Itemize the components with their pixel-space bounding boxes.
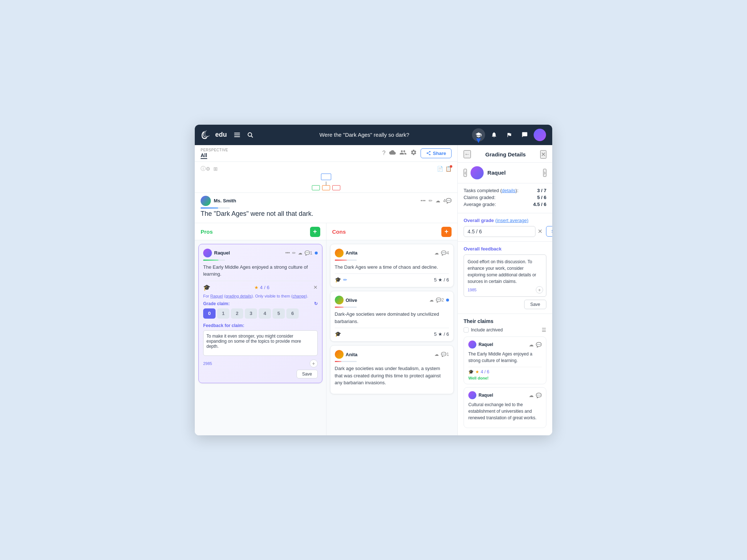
columns-area: Pros + Raquel ••• ✏ ☁	[195, 223, 457, 436]
menu-icon-btn[interactable]	[231, 128, 244, 141]
grade-btn-1[interactable]: 1	[217, 308, 229, 319]
grading-back-btn[interactable]: ←	[464, 150, 471, 158]
chat-icon-btn[interactable]	[518, 128, 531, 141]
doc-icon[interactable]: 📄	[437, 166, 443, 172]
student-next-btn[interactable]: ›	[543, 169, 546, 177]
grade-input-clear[interactable]: ✕	[538, 228, 542, 235]
overall-grade-input[interactable]	[464, 226, 535, 237]
student-avatar	[471, 166, 484, 179]
toolbar: PERSPECTIVE All ? Sha	[195, 145, 457, 162]
grade-note: For Raquel (grading details). Only visib…	[203, 294, 318, 298]
anita-claim-2-actions: ☁ 💬1	[434, 352, 449, 357]
perspective-section: PERSPECTIVE All	[201, 148, 228, 159]
grade-val-1: 5 ★ / 6	[434, 277, 449, 283]
pros-title: Pros	[201, 229, 213, 235]
anita-claim-2-name: Anita	[346, 352, 358, 357]
refresh-icon[interactable]: ↻	[314, 301, 318, 306]
cons-add-button[interactable]: +	[441, 227, 452, 237]
raquel-claim-actions: ••• ✏ ☁ 💬1	[285, 250, 317, 256]
grading-details-link[interactable]: grading details	[225, 294, 252, 298]
cloud-save-icon[interactable]	[389, 149, 396, 157]
student-prev-btn[interactable]: ‹	[464, 169, 467, 177]
svg-rect-1	[234, 135, 240, 135]
structure-icon[interactable]: ⊞	[213, 166, 218, 172]
edit-icon[interactable]: ✏	[429, 198, 433, 203]
perspective-label: PERSPECTIVE	[201, 148, 228, 152]
doc-list-icon[interactable]: 📋	[445, 166, 452, 172]
include-archived-checkbox[interactable]	[464, 327, 469, 332]
perspective-value[interactable]: All	[201, 152, 207, 159]
dot-indicator-2	[446, 299, 449, 302]
grade-btn-5[interactable]: 5	[272, 308, 285, 319]
more-icon[interactable]: •••	[285, 250, 290, 256]
search-icon-btn[interactable]	[244, 128, 257, 141]
users-icon[interactable]	[399, 149, 407, 158]
cloud-icon[interactable]: ☁	[298, 250, 302, 256]
info-icon[interactable]: ⓘ	[201, 166, 206, 172]
feedback-textarea[interactable]: To make it even stronger, you might cons…	[203, 330, 318, 356]
cloud-icon[interactable]: ☁	[429, 298, 434, 303]
raquel-claim-text: The Early Middle Ages enjoyed a strong c…	[203, 264, 318, 278]
cloud-icon[interactable]: ☁	[529, 342, 534, 347]
help-icon[interactable]: ?	[382, 150, 386, 156]
anita-claim-1-actions: ☁ 💬4	[434, 250, 449, 256]
olive-claim-text: Dark-Age societies were dominated by unc…	[335, 311, 449, 325]
grade-cap-icon: 🎓	[203, 284, 210, 291]
their-claims-label: Their claims	[464, 318, 546, 324]
overall-grade-save-btn[interactable]: Save	[546, 226, 552, 237]
comment-icon[interactable]: 💬1	[305, 250, 313, 256]
cloud-icon[interactable]: ☁	[434, 250, 439, 256]
feedback-add-btn[interactable]: +	[310, 359, 318, 368]
comment-icon[interactable]: 💬1	[441, 352, 449, 357]
insert-average-link[interactable]: (insert average)	[495, 218, 529, 223]
share-button[interactable]: Share	[421, 148, 452, 158]
student-name: Raquel	[487, 170, 506, 176]
bell-icon-btn[interactable]	[487, 128, 500, 141]
mini-claim-2-actions: ☁ 💬	[529, 393, 542, 398]
edit-grade-icon[interactable]: ✏	[343, 277, 347, 283]
overall-feedback-box[interactable]: Good effort on this discussion. To enhan…	[464, 254, 546, 297]
feedback-save-btn[interactable]: Save	[297, 370, 317, 378]
grading-panel-header: ← Grading Details ✕	[458, 145, 552, 163]
grade-btn-3[interactable]: 3	[245, 308, 257, 319]
mini-avatar-1	[468, 341, 476, 349]
pros-add-button[interactable]: +	[310, 227, 320, 237]
comment-icon[interactable]: 💬	[536, 393, 542, 398]
edit-icon[interactable]: ✏	[292, 250, 296, 256]
cursor-indicator: ▼	[475, 136, 483, 145]
cloud-icon[interactable]: ☁	[436, 198, 440, 203]
grade-btn-4[interactable]: 4	[259, 308, 271, 319]
grading-stats: Tasks completed (details): 3 / 7 Claims …	[458, 183, 552, 213]
cons-column-content: Anita ☁ 💬4 The Dark Ages were a time of …	[326, 240, 458, 436]
flag-icon-btn[interactable]	[503, 128, 516, 141]
logo-text: edu	[215, 131, 227, 139]
feedback-panel-save-btn[interactable]: Save	[524, 300, 546, 309]
anita-claim-1-grade: 🎓 ✏ 5 ★ / 6	[335, 273, 449, 283]
grade-btn-2[interactable]: 2	[231, 308, 243, 319]
claims-graded-label: Claims graded:	[464, 195, 495, 200]
dot-indicator	[315, 252, 318, 254]
app-logo[interactable]: edu	[201, 129, 227, 141]
cloud-icon[interactable]: ☁	[529, 393, 534, 398]
grading-close-btn[interactable]: ✕	[540, 150, 546, 159]
change-link[interactable]: change	[293, 294, 306, 298]
details-link[interactable]: details	[502, 188, 516, 193]
grade-btn-0[interactable]: 0	[203, 308, 216, 319]
cloud-icon[interactable]: ☁	[434, 352, 439, 357]
comment-icon[interactable]: 💬	[536, 342, 542, 347]
settings-icon[interactable]	[410, 149, 417, 157]
avatar-btn[interactable]	[533, 128, 546, 141]
grade-close-btn[interactable]: ✕	[313, 284, 318, 290]
filter-icon[interactable]: ☰	[542, 327, 546, 333]
grade-section: 🎓 ★ 4 / 6 ✕	[203, 281, 318, 294]
grade-buttons: 0 1 2 3 4 5 6	[203, 308, 318, 319]
olive-avatar	[335, 296, 344, 304]
grade-btn-6[interactable]: 6	[286, 308, 299, 319]
grade-author-link[interactable]: Raquel	[210, 294, 223, 298]
settings-icon-2[interactable]: ⚙	[206, 166, 210, 172]
avg-grade-label: Average grade:	[464, 202, 496, 207]
grade-star: ★	[254, 285, 259, 290]
comment-icon[interactable]: 💬4	[441, 250, 449, 256]
comment-icon[interactable]: 💬2	[436, 298, 444, 303]
more-icon[interactable]: •••	[421, 198, 426, 203]
